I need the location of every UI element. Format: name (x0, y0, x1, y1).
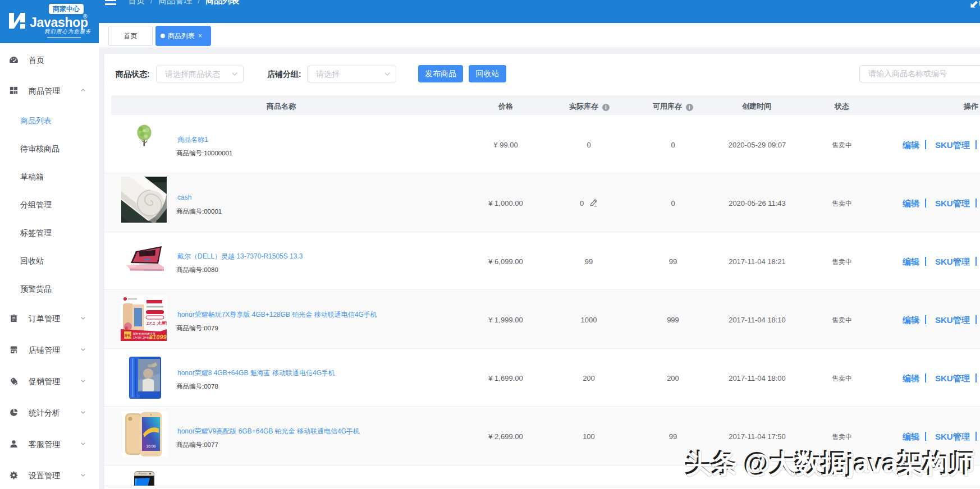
svg-text:1: 1 (15, 91, 17, 94)
svg-text:17.1 大屏荣耀: 17.1 大屏荣耀 (146, 321, 167, 326)
svg-text:¥1099: ¥1099 (149, 334, 167, 340)
svg-text:好礼: 好礼 (124, 333, 132, 338)
svg-text:16:08: 16:08 (146, 444, 156, 448)
svg-text:1件9折 2件8折: 1件9折 2件8折 (133, 336, 152, 340)
